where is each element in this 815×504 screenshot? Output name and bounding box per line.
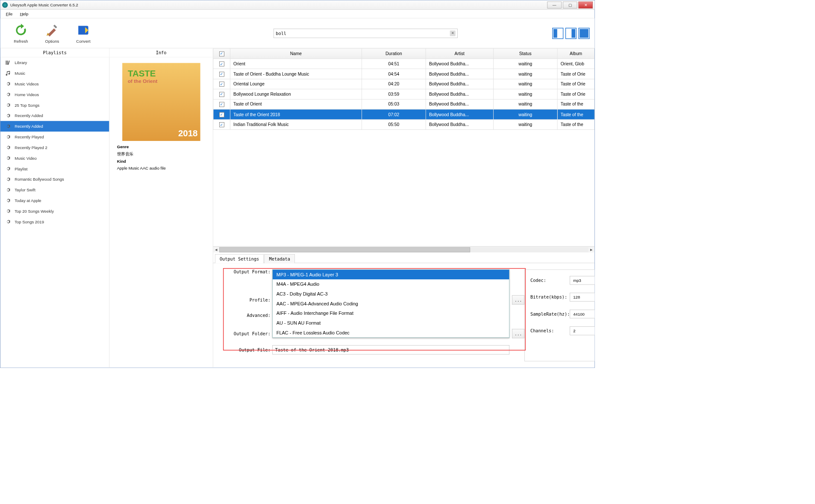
minimize-button[interactable]: — (547, 1, 562, 8)
output-file-input[interactable] (272, 345, 509, 355)
close-button[interactable]: ✕ (578, 1, 593, 8)
row-checkbox[interactable]: ✓ (219, 122, 224, 127)
sidebar-header: Playlists (0, 48, 109, 57)
options-icon (44, 23, 59, 38)
output-file-label: Output File: (226, 347, 273, 352)
scroll-right-icon[interactable]: ▶ (588, 248, 595, 251)
row-checkbox[interactable]: ✓ (219, 92, 224, 97)
gear-icon (5, 176, 12, 183)
format-option[interactable]: AC3 - Dolby Digital AC-3 (273, 289, 509, 299)
sidebar-item-label: Home Videos (15, 92, 39, 97)
sidebar-item[interactable]: Library (0, 57, 109, 68)
table-row[interactable]: ✓Taste of Orient05:03Bollywood Buddha...… (213, 99, 594, 109)
table-row[interactable]: ✓Oriental Lounge04:20Bollywood Buddha...… (213, 79, 594, 89)
cell-duration: 04:20 (362, 79, 426, 89)
format-option[interactable]: M4A - MPEG4 Audio (273, 279, 509, 289)
sidebar-item[interactable]: Taylor Swift (0, 185, 109, 195)
convert-button[interactable]: Convert (68, 23, 99, 44)
cell-name: Taste of the Orient 2018 (230, 109, 362, 120)
refresh-button[interactable]: Refresh (5, 23, 36, 44)
sidebar-item[interactable]: Playlist (0, 164, 109, 174)
table-row[interactable]: ✓Indian Traditional Folk Music05:50Bolly… (213, 120, 594, 130)
settings-tabs: Output Settings Metadata (213, 254, 595, 263)
view-layout-left[interactable] (552, 28, 563, 39)
tab-output-settings[interactable]: Output Settings (215, 254, 264, 263)
sidebar-item[interactable]: Top Songs 2019 (0, 217, 109, 227)
convert-icon (76, 23, 91, 38)
cell-status: waiting (493, 120, 557, 130)
sidebar-list: LibraryMusicMusic VideosHome Videos25 To… (0, 57, 109, 367)
sidebar-item[interactable]: Music (0, 68, 109, 79)
table-row[interactable]: ✓Bollywood Lounge Relaxation03:59Bollywo… (213, 89, 594, 99)
row-checkbox[interactable]: ✓ (219, 72, 224, 77)
search-input[interactable] (276, 31, 450, 36)
cell-name: Taste of Orient (230, 99, 362, 109)
sidebar-item[interactable]: Music Videos (0, 79, 109, 89)
clear-search-icon[interactable]: ✕ (450, 30, 456, 36)
row-checkbox[interactable]: ✓ (219, 102, 224, 107)
sidebar-item-label: Top 20 Songs Weekly (15, 209, 54, 214)
gear-icon (5, 165, 12, 172)
options-button[interactable]: Options (36, 23, 68, 44)
gear-icon (5, 112, 12, 119)
header-duration[interactable]: Duration (362, 49, 426, 59)
sidebar-item[interactable]: Top 20 Songs Weekly (0, 206, 109, 217)
gear-icon (5, 144, 12, 151)
row-checkbox[interactable]: ✓ (219, 82, 224, 87)
view-layout-right[interactable] (565, 28, 577, 39)
maximize-button[interactable]: ▢ (563, 1, 577, 8)
header-name[interactable]: Name (230, 49, 362, 59)
sidebar-item[interactable]: Today at Apple (0, 195, 109, 206)
samplerate-select[interactable]: 44100 (570, 310, 594, 318)
cell-name: Orient (230, 59, 362, 69)
menu-file[interactable]: File (3, 10, 16, 18)
sidebar-item[interactable]: Recently Added (0, 121, 109, 132)
sidebar-item[interactable]: Romantic Bollywood Songs (0, 174, 109, 185)
channels-label: Channels: (530, 328, 554, 334)
cell-duration: 07:02 (362, 109, 426, 120)
output-format-dropdown[interactable]: MP3 - MPEG-1 Audio Layer 3M4A - MPEG4 Au… (272, 270, 509, 338)
cell-name: Bollywood Lounge Relaxation (230, 89, 362, 99)
header-status[interactable]: Status (493, 49, 557, 59)
format-option[interactable]: AIFF - Audio Interchange File Format (273, 308, 509, 318)
sidebar-item-label: Music Video (15, 156, 37, 161)
table-row[interactable]: ✓Taste of the Orient 201807:02Bollywood … (213, 109, 594, 120)
sidebar-item[interactable]: Home Videos (0, 89, 109, 100)
table-row[interactable]: ✓Taste of Orient - Buddha Lounge Music04… (213, 69, 594, 79)
sidebar-item[interactable]: Recently Played (0, 132, 109, 142)
format-option[interactable]: FLAC - Free Lossless Audio Codec (273, 328, 509, 337)
row-checkbox[interactable]: ✓ (219, 112, 224, 117)
tracks-table: ✓ Name Duration Artist Status Album ✓Ori… (213, 48, 595, 130)
cell-name: Indian Traditional Folk Music (230, 120, 362, 130)
cell-album: Taste of the (557, 99, 594, 109)
channels-select[interactable]: 2 (570, 326, 594, 335)
scroll-left-icon[interactable]: ◀ (213, 248, 220, 251)
format-option[interactable]: AU - SUN AU Format (273, 318, 509, 328)
format-option[interactable]: AAC - MPEG4-Advanced Audio Coding (273, 299, 509, 308)
format-option[interactable]: MP3 - MPEG-1 Audio Layer 3 (273, 270, 509, 279)
horizontal-scrollbar[interactable]: ◀ ▶ (213, 246, 595, 253)
row-checkbox[interactable]: ✓ (219, 62, 224, 67)
table-row[interactable]: ✓Orient04:51Bollywood Buddha...waitingOr… (213, 59, 594, 69)
bitrate-select[interactable]: 128 (570, 293, 594, 301)
search-box[interactable]: ✕ (274, 29, 458, 38)
header-artist[interactable]: Artist (426, 49, 493, 59)
cell-album: Taste of the (557, 109, 594, 120)
cell-status: waiting (493, 109, 557, 120)
header-checkbox[interactable]: ✓ (213, 49, 230, 59)
sidebar-item[interactable]: Recently Played 2 (0, 142, 109, 153)
sidebar-item[interactable]: Recently Added (0, 110, 109, 121)
gear-icon (5, 218, 12, 225)
advanced-label: Advanced: (226, 313, 273, 318)
view-layout-full[interactable] (578, 28, 589, 39)
menu-help[interactable]: Help (17, 10, 31, 18)
svg-rect-0 (6, 61, 7, 65)
sidebar-item[interactable]: 25 Top Songs (0, 100, 109, 111)
codec-select[interactable]: mp3 (570, 276, 594, 284)
header-album[interactable]: Album (557, 49, 594, 59)
sidebar-item[interactable]: Music Video (0, 153, 109, 164)
sidebar-item-label: Taylor Swift (15, 188, 35, 192)
scroll-thumb[interactable] (219, 247, 470, 252)
tab-metadata[interactable]: Metadata (265, 254, 295, 263)
svg-rect-2 (8, 61, 9, 65)
